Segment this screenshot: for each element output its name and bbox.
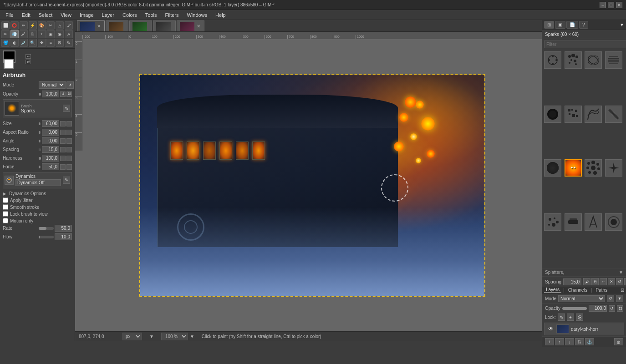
brush-cell-sparks[interactable]: ✦✦ xyxy=(565,159,582,177)
layer-raise-button[interactable]: ↑ xyxy=(555,338,564,345)
tool-move[interactable]: ✥ xyxy=(38,39,46,47)
layers-expand-button[interactable]: ⊡ xyxy=(621,288,624,293)
flow-slider[interactable] xyxy=(39,236,54,238)
layer-lower-button[interactable]: ↓ xyxy=(565,338,574,345)
lock-pencil-button[interactable]: ✎ xyxy=(558,313,565,321)
image-tab-3[interactable] xyxy=(129,20,152,31)
tool-color-picker[interactable]: 💉 xyxy=(20,39,28,47)
tool-perspective-clone[interactable]: ▣ xyxy=(46,30,55,38)
layer-row-0[interactable]: 👁 daryl-toh-horr xyxy=(544,323,624,335)
menu-filters[interactable]: Filters xyxy=(162,11,183,19)
layers-opacity-reset[interactable]: ↺ xyxy=(609,305,615,312)
tool-ellipse-select[interactable]: ⭕ xyxy=(10,21,19,30)
brush-cell-13[interactable] xyxy=(544,213,561,231)
hardness-chain-button[interactable] xyxy=(66,156,72,161)
layers-mode-select[interactable]: Normal xyxy=(558,295,605,302)
swap-colors-button[interactable]: ↔ xyxy=(25,54,31,59)
rpanel-tab-document[interactable]: 📄 xyxy=(566,21,578,29)
layers-mode-expand[interactable]: ▼ xyxy=(616,295,623,302)
hardness-slider[interactable] xyxy=(39,157,41,160)
force-input[interactable] xyxy=(42,163,59,170)
mode-select[interactable]: Normal xyxy=(39,81,66,89)
tool-scissors[interactable]: ✂ xyxy=(46,21,55,30)
canvas-viewport[interactable] xyxy=(82,39,542,331)
layers-tab-layers[interactable]: Layers xyxy=(544,287,561,293)
rate-slider[interactable] xyxy=(39,227,54,230)
brush-cell-9[interactable] xyxy=(544,159,561,177)
spacing-slider[interactable] xyxy=(39,148,41,151)
tool-rect-select[interactable]: ⬜ xyxy=(1,21,10,30)
tool-ink[interactable]: 🖋 xyxy=(20,30,28,38)
opacity-slider[interactable] xyxy=(39,93,41,96)
image-tab-1[interactable]: ✕ xyxy=(77,20,105,31)
brush-filter-input[interactable] xyxy=(544,40,626,48)
menu-edit[interactable]: Edit xyxy=(18,11,34,19)
tool-select-by-color[interactable]: 🎨 xyxy=(38,21,46,30)
menu-file[interactable]: File xyxy=(2,11,17,19)
close-button[interactable]: ✕ xyxy=(616,2,622,8)
tool-blend[interactable]: ◐ xyxy=(10,39,19,47)
spacing-panel-input[interactable] xyxy=(563,278,581,285)
brush-cell-8[interactable] xyxy=(605,106,622,123)
maximize-button[interactable]: □ xyxy=(608,2,614,8)
layer-new-button[interactable]: + xyxy=(545,338,554,345)
spacing-delete-icon[interactable]: ✕ xyxy=(608,278,615,285)
rpanel-tab-help[interactable]: ? xyxy=(579,21,588,29)
dynamics-edit-button[interactable]: ✎ xyxy=(63,177,70,184)
size-slider[interactable] xyxy=(39,122,41,125)
brush-cell-7[interactable] xyxy=(585,106,602,123)
splatters-expand-icon[interactable]: ▼ xyxy=(619,270,623,275)
aspect-reset-button[interactable] xyxy=(60,130,66,135)
layers-opacity-input[interactable] xyxy=(589,305,607,312)
tool-free-select[interactable]: ✏ xyxy=(20,21,28,30)
tool-zoom[interactable]: 🔍 xyxy=(29,39,37,47)
tab-close-1[interactable]: ✕ xyxy=(96,24,102,29)
opacity-input[interactable] xyxy=(42,91,59,97)
layers-tab-paths[interactable]: Paths xyxy=(594,288,610,293)
brush-cell-15[interactable] xyxy=(585,213,602,231)
tool-rotate[interactable]: ↻ xyxy=(65,39,73,47)
flow-input[interactable] xyxy=(55,233,72,240)
spacing-reset-button[interactable] xyxy=(60,147,66,152)
force-reset-button[interactable] xyxy=(60,164,66,170)
brush-cell-3[interactable] xyxy=(585,51,602,69)
angle-slider[interactable] xyxy=(39,140,41,142)
angle-input[interactable] xyxy=(42,137,59,144)
menu-select[interactable]: Select xyxy=(35,11,56,19)
layer-delete-button[interactable]: 🗑 xyxy=(614,338,623,345)
force-chain-button[interactable] xyxy=(66,164,72,170)
brush-cell-1[interactable] xyxy=(544,51,561,69)
spacing-input[interactable] xyxy=(42,146,59,153)
canvas-image[interactable] xyxy=(139,74,485,297)
spacing-save-icon[interactable]: 💾 xyxy=(624,278,626,285)
spacing-swap-icon[interactable]: ↔ xyxy=(600,278,607,285)
tool-foreground-select[interactable]: △ xyxy=(56,21,64,30)
unit-select[interactable]: px mm in xyxy=(122,333,142,340)
opacity-reset-button[interactable]: ↺ xyxy=(60,91,66,97)
layer-visibility-button[interactable]: 👁 xyxy=(547,325,555,333)
lock-chain-button[interactable]: ⛓ xyxy=(576,313,583,321)
brush-cell-14[interactable] xyxy=(565,213,582,231)
motion-only-checkbox[interactable] xyxy=(3,218,8,223)
tool-paths[interactable]: 🖊 xyxy=(65,21,73,30)
zoom-select[interactable]: 100 % 50 % 200 % xyxy=(161,333,188,340)
tool-clone[interactable]: ⎘ xyxy=(29,30,37,38)
image-tab-2[interactable] xyxy=(106,20,128,31)
brush-cell-6[interactable] xyxy=(565,106,582,123)
layers-opacity-slider[interactable] xyxy=(562,307,587,310)
menu-image[interactable]: Image xyxy=(76,11,97,19)
menu-layer[interactable]: Layer xyxy=(98,11,118,19)
size-reset-button[interactable] xyxy=(60,121,66,126)
spacing-chain-button[interactable] xyxy=(66,147,72,152)
menu-help[interactable]: Help xyxy=(212,11,229,19)
aspect-slider[interactable] xyxy=(39,131,41,134)
angle-reset-button[interactable] xyxy=(60,138,66,144)
layer-duplicate-button[interactable]: ⎘ xyxy=(575,338,584,345)
minimize-button[interactable]: – xyxy=(600,2,606,8)
brush-cell-4[interactable] xyxy=(605,51,622,69)
layer-anchor-button[interactable]: ⚓ xyxy=(585,338,594,345)
hardness-reset-button[interactable] xyxy=(60,156,66,161)
brush-cell-2[interactable] xyxy=(565,51,582,69)
menu-colors[interactable]: Colors xyxy=(119,11,141,19)
smooth-stroke-checkbox[interactable] xyxy=(3,204,8,210)
